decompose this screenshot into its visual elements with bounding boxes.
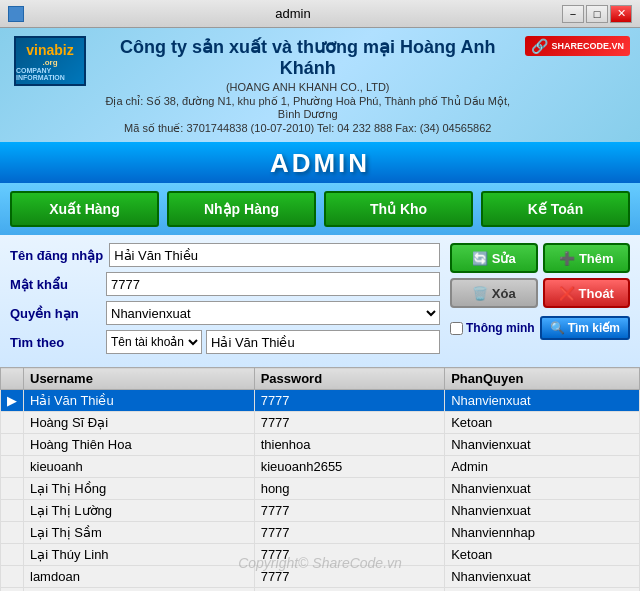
cell-password: 7777 [254,544,444,566]
role-row: Quyền hạn Nhanvienxuat Ketoan Admin Nhan… [10,301,440,325]
row-indicator [1,566,24,588]
row-indicator [1,588,24,592]
cell-role: Nhanvienxuat [445,588,640,592]
company-logo: vinabiz .org COMPANY INFORMATION [14,36,86,86]
password-input[interactable] [106,272,440,296]
table-row[interactable]: lamdoan 7777 Nhanvienxuat [1,566,640,588]
thongminh-checkbox[interactable] [450,322,463,335]
company-address: Địa chỉ: Số 38, đường N1, khu phố 1, Phư… [100,95,515,121]
row-indicator [1,456,24,478]
logo-subtext: COMPANY INFORMATION [16,67,84,81]
xuat-hang-button[interactable]: Xuất Hàng [10,191,159,227]
table-row[interactable]: kieuoanh kieuoanh2655 Admin [1,456,640,478]
cell-username: Hoàng Thiên Hoa [24,434,255,456]
password-row: Mật khẩu [10,272,440,296]
search-icon: 🔍 [550,321,565,335]
col-indicator [1,368,24,390]
cell-username: Lại Thúy Linh [24,544,255,566]
search-input[interactable] [206,330,440,354]
sua-button[interactable]: 🔄 Sửa [450,243,538,273]
table-row[interactable]: Lại Thị Lường 7777 Nhanvienxuat [1,500,640,522]
users-table: Username Password PhanQuyen ▶ Hải Văn Th… [0,367,640,591]
table-row[interactable]: Lại Thúy Linh 7777 Ketoan [1,544,640,566]
search-row: Tìm theo Tên tài khoản Mật khẩu Quyền hạ… [10,330,440,354]
role-select[interactable]: Nhanvienxuat Ketoan Admin Nhanviennhap [106,301,440,325]
form-left: Tên đăng nhập Mật khẩu Quyền hạn Nhanvie… [10,243,440,359]
cell-role: Nhanvienxuat [445,500,640,522]
nhap-hang-button[interactable]: Nhập Hàng [167,191,316,227]
logo-text: vinabiz [26,42,73,58]
table-row[interactable]: Lại Thị Hồng hong Nhanvienxuat [1,478,640,500]
window-controls: − □ ✕ [562,5,632,23]
logo-area: vinabiz .org COMPANY INFORMATION [10,36,90,86]
col-username: Username [24,368,255,390]
search-inputs: Tên tài khoản Mật khẩu Quyền hạn [106,330,440,354]
table-row[interactable]: ▶ Hải Văn Thiều 7777 Nhanvienxuat [1,390,640,412]
cell-password: kieuoanh2655 [254,456,444,478]
role-label: Quyền hạn [10,306,100,321]
row-indicator: ▶ [1,390,24,412]
minimize-button[interactable]: − [562,5,584,23]
xoa-button[interactable]: 🗑️ Xóa [450,278,538,308]
them-icon: ➕ [559,251,575,266]
nav-bar: Xuất Hàng Nhập Hàng Thủ Kho Kế Toán [0,183,640,235]
xoa-icon: 🗑️ [472,286,488,301]
banner-title: ADMIN [270,148,370,178]
action-buttons: 🔄 Sửa ➕ Thêm 🗑️ Xóa ❌ Thoát [450,243,630,359]
col-role: PhanQuyen [445,368,640,390]
password-label: Mật khẩu [10,277,100,292]
sua-label: Sửa [492,251,516,266]
company-name: Công ty sản xuất và thương mại Hoàng Anh… [100,36,515,79]
cell-username: kieuoanh [24,456,255,478]
cell-username: Hoàng Sĩ Đại [24,412,255,434]
row-indicator [1,478,24,500]
cell-role: Admin [445,456,640,478]
thongminh-label[interactable]: Thông minh [450,321,535,335]
share-icon: 🔗 [531,38,548,54]
sharecode-text: SHARECODE.VN [551,41,624,51]
cell-username: Hải Văn Thiều [24,390,255,412]
timkiem-button[interactable]: 🔍 Tìm kiếm [540,316,630,340]
maximize-button[interactable]: □ [586,5,608,23]
cell-role: Ketoan [445,412,640,434]
company-header: vinabiz .org COMPANY INFORMATION Công ty… [0,28,640,142]
thoat-icon: ❌ [559,286,575,301]
cell-role: Nhanviennhap [445,522,640,544]
username-input[interactable] [109,243,440,267]
row-indicator [1,522,24,544]
row-indicator [1,500,24,522]
col-password: Password [254,368,444,390]
cell-role: Nhanvienxuat [445,478,640,500]
cell-password: 7777 [254,500,444,522]
thoat-button[interactable]: ❌ Thoát [543,278,631,308]
thongminh-text: Thông minh [466,321,535,335]
table-row[interactable]: Hoàng Sĩ Đại 7777 Ketoan [1,412,640,434]
row-indicator [1,412,24,434]
cell-username: Lại Thị Sầm [24,522,255,544]
table-header-row: Username Password PhanQuyen [1,368,640,390]
table-row[interactable]: Lại Thị Sầm 7777 Nhanviennhap [1,522,640,544]
close-button[interactable]: ✕ [610,5,632,23]
them-label: Thêm [579,251,614,266]
search-type-select[interactable]: Tên tài khoản Mật khẩu Quyền hạn [106,330,202,354]
window-title: admin [24,6,562,21]
cell-role: Nhanvienxuat [445,390,640,412]
table-row[interactable]: Lê Kim Cương 7777 Nhanvienxuat [1,588,640,592]
ke-toan-button[interactable]: Kế Toán [481,191,630,227]
cell-role: Nhanvienxuat [445,566,640,588]
admin-banner: ADMIN [0,142,640,183]
timkiem-label: Tìm kiếm [568,321,620,335]
table-row[interactable]: Hoàng Thiên Hoa thienhoa Nhanvienxuat [1,434,640,456]
thu-kho-button[interactable]: Thủ Kho [324,191,473,227]
company-tax: Mã số thuế: 3701744838 (10-07-2010) Tel:… [100,122,515,135]
thoat-label: Thoát [579,286,614,301]
cell-username: Lê Kim Cương [24,588,255,592]
table-wrapper: Username Password PhanQuyen ▶ Hải Văn Th… [0,367,640,591]
cell-password: 7777 [254,412,444,434]
them-button[interactable]: ➕ Thêm [543,243,631,273]
cell-password: 7777 [254,522,444,544]
main-content: vinabiz .org COMPANY INFORMATION Công ty… [0,28,640,591]
cell-password: 7777 [254,566,444,588]
username-label: Tên đăng nhập [10,248,103,263]
scroll-area[interactable]: Username Password PhanQuyen ▶ Hải Văn Th… [0,367,640,591]
